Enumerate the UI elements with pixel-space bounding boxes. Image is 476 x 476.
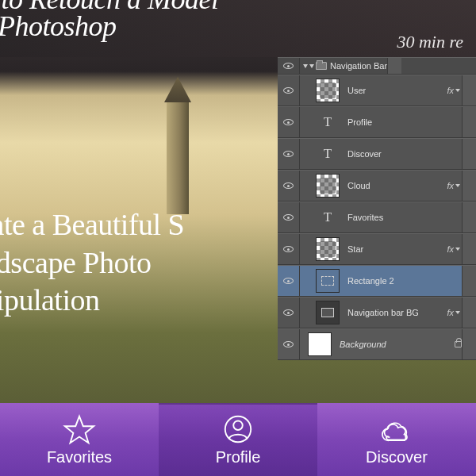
- fx-icon[interactable]: fx: [447, 86, 454, 95]
- visibility-icon[interactable]: [283, 63, 294, 69]
- layer-name: Star: [343, 244, 363, 254]
- layer-name: Rectangle 2: [343, 276, 394, 286]
- tower-illustration: [167, 99, 189, 214]
- expand-arrow-icon[interactable]: [303, 64, 308, 68]
- svg-marker-0: [65, 416, 94, 442]
- layer-thumbnail[interactable]: [316, 79, 340, 102]
- shape-layer-thumbnail[interactable]: [316, 269, 340, 293]
- hero1-title-line2: ith Photoshop: [0, 10, 117, 42]
- svg-point-2: [233, 420, 242, 429]
- layer-group-name: Navigation Bar: [330, 61, 387, 71]
- chevron-down-icon[interactable]: [455, 89, 460, 92]
- visibility-icon[interactable]: [283, 182, 294, 189]
- hero1-meta: 30 min re: [397, 32, 463, 52]
- layer-row[interactable]: T Discover: [278, 138, 476, 170]
- layer-thumbnail[interactable]: [316, 237, 340, 261]
- hero-card-1: ow to Retouch a Model ith Photoshop 30 m…: [0, 0, 476, 57]
- visibility-icon[interactable]: [283, 309, 294, 316]
- nav-profile[interactable]: Profile: [159, 403, 317, 476]
- hero2-line2: andscape Photo: [0, 244, 184, 282]
- visibility-icon[interactable]: [283, 214, 294, 221]
- background-layer-row[interactable]: Background: [278, 328, 476, 360]
- visibility-icon[interactable]: [283, 246, 294, 252]
- layer-name: Profile: [343, 117, 372, 127]
- star-icon: [62, 413, 97, 445]
- layer-name: Cloud: [343, 181, 370, 190]
- hero2-line1: reate a Beautiful S: [0, 206, 184, 244]
- layers-panel[interactable]: Navigation Bar User fx T Profile T Disco…: [278, 57, 476, 360]
- fx-icon[interactable]: fx: [447, 308, 454, 317]
- layer-row[interactable]: User fx: [278, 75, 476, 106]
- user-icon: [221, 413, 255, 445]
- chevron-down-icon[interactable]: [455, 311, 460, 314]
- fx-icon[interactable]: fx: [447, 244, 454, 254]
- layer-name: Navigation bar BG: [343, 308, 419, 317]
- expand-arrow-icon[interactable]: [309, 64, 314, 68]
- folder-icon: [316, 62, 327, 70]
- visibility-icon[interactable]: [283, 119, 294, 125]
- layer-name: User: [343, 86, 366, 95]
- nav-favorites[interactable]: Favorites: [0, 403, 159, 476]
- chevron-down-icon[interactable]: [455, 248, 460, 251]
- layer-thumbnail[interactable]: [316, 174, 340, 198]
- navigation-bar: Favorites Profile Discover: [0, 403, 476, 476]
- layer-name: Discover: [343, 149, 382, 159]
- shape-layer-thumbnail[interactable]: [316, 301, 340, 324]
- hero-card-2: reate a Beautiful S andscape Photo anipu…: [0, 206, 184, 320]
- nav-label: Profile: [216, 448, 261, 466]
- cloud-icon: [379, 413, 414, 445]
- layer-row[interactable]: T Favorites: [278, 202, 476, 233]
- text-layer-icon: T: [316, 205, 340, 229]
- nav-discover[interactable]: Discover: [317, 403, 476, 476]
- fx-icon[interactable]: fx: [447, 181, 454, 190]
- text-layer-icon: T: [316, 142, 340, 166]
- visibility-icon[interactable]: [283, 151, 294, 157]
- layer-name: Background: [335, 340, 386, 349]
- layer-row[interactable]: T Profile: [278, 106, 476, 138]
- layer-thumbnail[interactable]: [308, 332, 332, 356]
- layer-group-row[interactable]: Navigation Bar: [278, 57, 476, 75]
- layer-row[interactable]: Navigation bar BG fx: [278, 297, 476, 328]
- layer-row[interactable]: Cloud fx: [278, 170, 476, 202]
- chevron-down-icon[interactable]: [455, 184, 460, 187]
- nav-label: Favorites: [47, 448, 112, 466]
- hero2-line3: anipulation: [0, 282, 184, 320]
- layer-name: Favorites: [343, 213, 383, 222]
- visibility-icon[interactable]: [283, 341, 294, 347]
- layer-row[interactable]: Star fx: [278, 233, 476, 265]
- text-layer-icon: T: [316, 110, 340, 134]
- visibility-icon[interactable]: [283, 87, 294, 94]
- lock-icon[interactable]: [455, 341, 462, 347]
- visibility-icon[interactable]: [283, 278, 294, 284]
- layer-row-selected[interactable]: Rectangle 2: [278, 265, 476, 297]
- nav-label: Discover: [366, 448, 428, 466]
